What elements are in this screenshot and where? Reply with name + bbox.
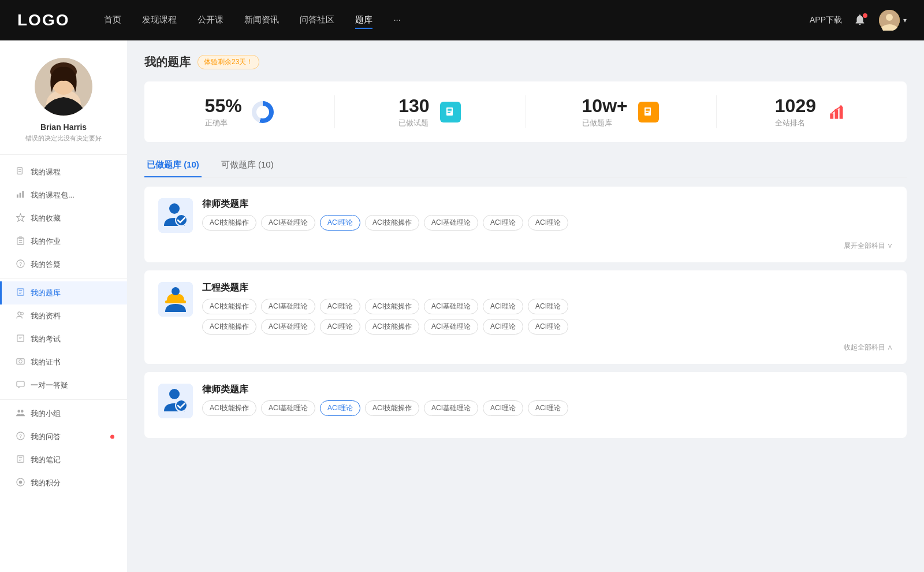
qbank-title-engineer: 工程类题库 (202, 282, 893, 294)
tag-e2-0[interactable]: ACI技能操作 (202, 319, 256, 335)
nav-qbank[interactable]: 题库 (355, 12, 372, 29)
unread-dot (110, 435, 114, 439)
stat-done-questions: 130 已做试题 (335, 95, 526, 128)
tag-e1-3[interactable]: ACI技能操作 (365, 299, 419, 314)
svg-point-42 (19, 481, 23, 484)
tag-e1-1[interactable]: ACI基础理论 (261, 299, 315, 314)
nav-discover[interactable]: 发现课程 (142, 12, 177, 29)
done-banks-value: 10w+ (582, 95, 628, 117)
lawyer-svg-2 (158, 384, 193, 418)
sidebar-item-my-notes[interactable]: 我的笔记 (0, 448, 127, 471)
svg-rect-52 (834, 109, 838, 118)
qbank-header-lawyer-2: 律师类题库 ACI技能操作 ACI基础理论 ACI理论 ACI技能操作 ACI基… (158, 384, 893, 418)
rank-label: 全站排名 (775, 118, 816, 128)
qbank-card-lawyer-2: 律师类题库 ACI技能操作 ACI基础理论 ACI理论 ACI技能操作 ACI基… (144, 372, 907, 438)
nav-qa[interactable]: 问答社区 (300, 12, 334, 29)
tag-e1-2[interactable]: ACI理论 (320, 299, 360, 314)
sidebar-item-my-course[interactable]: 我的课程 (0, 161, 127, 184)
tag-e2-1[interactable]: ACI基础理论 (261, 319, 315, 335)
tag-l2-3[interactable]: ACI技能操作 (365, 400, 419, 416)
stat-rank-info: 1029 全站排名 (775, 95, 816, 128)
stat-accuracy-info: 55% 正确率 (205, 95, 242, 128)
nav-open-course[interactable]: 公开课 (198, 12, 223, 29)
tag-e2-4[interactable]: ACI基础理论 (424, 319, 478, 335)
tab-available-banks[interactable]: 可做题库 (10) (219, 154, 276, 177)
notification-dot (863, 13, 867, 18)
sidebar-item-homework[interactable]: 我的作业 (0, 230, 127, 253)
users-icon (16, 311, 25, 321)
tag-e1-6[interactable]: ACI理论 (528, 299, 568, 314)
qbank-title-lawyer-2: 律师类题库 (202, 384, 568, 396)
tab-bar: 已做题库 (10) 可做题库 (10) (144, 154, 907, 177)
app-download-button[interactable]: APP下载 (810, 15, 842, 25)
sidebar-item-certificate[interactable]: 我的证书 (0, 351, 127, 374)
sidebar-item-course-package[interactable]: 我的课程包... (0, 184, 127, 207)
tag-l2-5[interactable]: ACI理论 (483, 400, 523, 416)
navbar-right: APP下载 ▾ (810, 10, 907, 31)
tag-e2-6[interactable]: ACI理论 (528, 319, 568, 335)
svg-rect-27 (17, 335, 24, 341)
tag-e1-4[interactable]: ACI基础理论 (424, 299, 478, 314)
tag-l2-4[interactable]: ACI基础理论 (424, 400, 478, 416)
navbar: LOGO 首页 发现课程 公开课 新闻资讯 问答社区 题库 ··· APP下载 … (0, 0, 924, 40)
svg-point-33 (17, 410, 20, 413)
tag-e1-0[interactable]: ACI技能操作 (202, 299, 256, 314)
tag-l1-1[interactable]: ACI基础理论 (261, 215, 315, 231)
tag-l1-0[interactable]: ACI技能操作 (202, 215, 256, 231)
tag-l2-1[interactable]: ACI基础理论 (261, 400, 315, 416)
sidebar-item-my-exam[interactable]: 我的考试 (0, 328, 127, 351)
sidebar-item-my-group[interactable]: 我的小组 (0, 402, 127, 425)
svg-rect-32 (17, 381, 24, 387)
svg-rect-48 (646, 109, 650, 110)
stat-rank: 1029 全站排名 (717, 95, 907, 128)
sidebar-item-1on1-qa[interactable]: 一对一答疑 (0, 374, 127, 397)
qbank-title-lawyer-1: 律师类题库 (202, 198, 568, 210)
exam-icon (16, 334, 25, 344)
avatar-person-icon (879, 10, 900, 31)
sidebar-item-favorites[interactable]: 我的收藏 (0, 207, 127, 230)
notification-bell[interactable] (854, 13, 867, 27)
engineer-svg (158, 282, 193, 317)
svg-point-62 (169, 389, 180, 399)
navbar-nav: 首页 发现课程 公开课 新闻资讯 问答社区 题库 ··· (104, 12, 810, 29)
tag-l1-3[interactable]: ACI技能操作 (365, 215, 419, 231)
tag-l1-2[interactable]: ACI理论 (320, 215, 360, 231)
sidebar-item-my-points[interactable]: 我的积分 (0, 471, 127, 495)
logo[interactable]: LOGO (17, 11, 69, 29)
tag-l1-5[interactable]: ACI理论 (483, 215, 523, 231)
qbank-card-lawyer-1: 律师类题库 ACI技能操作 ACI基础理论 ACI理论 ACI技能操作 ACI基… (144, 187, 907, 262)
svg-marker-14 (17, 214, 24, 221)
svg-rect-15 (17, 238, 24, 244)
tag-l2-2[interactable]: ACI理论 (320, 400, 360, 416)
svg-rect-11 (17, 195, 18, 198)
tag-e2-5[interactable]: ACI理论 (483, 319, 523, 335)
certificate-icon (16, 357, 25, 367)
sidebar-item-my-questions[interactable]: ? 我的问答 (0, 425, 127, 448)
stat-done-questions-info: 130 已做试题 (398, 95, 429, 128)
accuracy-label: 正确率 (205, 118, 242, 128)
sidebar-item-my-material[interactable]: 我的资料 (0, 304, 127, 328)
profile-motto: 错误的决定比没有决定要好 (25, 134, 102, 143)
tab-done-banks[interactable]: 已做题库 (10) (144, 154, 202, 177)
user-avatar-wrap[interactable]: ▾ (879, 10, 907, 31)
tag-e2-3[interactable]: ACI技能操作 (365, 319, 419, 335)
page-header: 我的题库 体验剩余23天！ (144, 54, 907, 70)
nav-more[interactable]: ··· (393, 12, 401, 29)
tag-l1-4[interactable]: ACI基础理论 (424, 215, 478, 231)
tag-l1-6[interactable]: ACI理论 (528, 215, 568, 231)
tag-l2-0[interactable]: ACI技能操作 (202, 400, 256, 416)
nav-news[interactable]: 新闻资讯 (244, 12, 279, 29)
qbank-title-wrap-engineer: 工程类题库 ACI技能操作 ACI基础理论 ACI理论 ACI技能操作 ACI基… (202, 282, 893, 335)
sidebar-item-my-qa[interactable]: ? 我的答疑 (0, 253, 127, 276)
nav-home[interactable]: 首页 (104, 12, 121, 29)
tag-e2-2[interactable]: ACI理论 (320, 319, 360, 335)
tag-l2-6[interactable]: ACI理论 (528, 400, 568, 416)
donut-inner (256, 106, 269, 118)
svg-point-1 (886, 14, 893, 21)
sidebar-item-my-qbank[interactable]: 我的题库 (0, 281, 127, 304)
collapse-link-engineer[interactable]: 收起全部科目 ∧ (158, 343, 893, 352)
tags-row-lawyer-2: ACI技能操作 ACI基础理论 ACI理论 ACI技能操作 ACI基础理论 AC… (202, 400, 568, 416)
expand-link-lawyer-1[interactable]: 展开全部科目 ∨ (158, 241, 893, 251)
tag-e1-5[interactable]: ACI理论 (483, 299, 523, 314)
svg-rect-59 (165, 300, 186, 303)
